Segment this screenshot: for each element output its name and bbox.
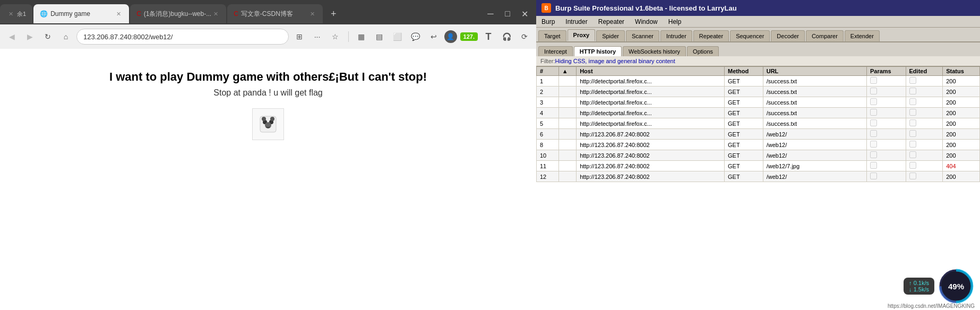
cell-params	[866, 171, 906, 182]
tab-scanner[interactable]: Scanner	[626, 30, 659, 41]
col-header-params[interactable]: Params	[866, 67, 906, 76]
tab-intruder[interactable]: Intruder	[660, 30, 692, 41]
minimize-button[interactable]: ─	[483, 6, 498, 21]
table-row[interactable]: 3 http://detectportal.firefox.c... GET /…	[537, 97, 980, 108]
cell-sort	[558, 76, 576, 87]
col-header-status[interactable]: Status	[943, 67, 980, 76]
table-row[interactable]: 8 http://123.206.87.240:8002 GET /web12/…	[537, 140, 980, 150]
tab-extender[interactable]: Extender	[845, 30, 880, 41]
cell-sort	[558, 97, 576, 108]
tab-bugku[interactable]: C (1条消息)bugku--web-... ✕	[130, 4, 226, 23]
cell-params	[866, 150, 906, 161]
address-bar[interactable]: 123.206.87.240:8002/web12/	[76, 29, 289, 45]
cell-sort	[558, 87, 576, 97]
home-button[interactable]: ⌂	[58, 29, 73, 44]
burp-title-text: Burp Suite Professional v1.6beta - licen…	[555, 4, 737, 12]
menu-window[interactable]: Window	[632, 17, 661, 27]
cell-sort	[558, 129, 576, 140]
library-icon[interactable]: ▦	[354, 29, 369, 44]
screenshot-icon[interactable]: ⬜	[390, 29, 405, 44]
menu-help[interactable]: Help	[665, 17, 685, 27]
filter-bar[interactable]: Filter: Hiding CSS, image and general bi…	[536, 56, 980, 66]
burp-sub-tabs: Intercept HTTP history WebSockets histor…	[536, 42, 980, 56]
col-header-host[interactable]: Host	[577, 67, 725, 76]
sub-tab-intercept[interactable]: Intercept	[538, 46, 573, 56]
cell-edited	[906, 87, 943, 97]
menu-intruder[interactable]: Intruder	[562, 17, 590, 27]
qr-icon[interactable]: ⊞	[292, 29, 307, 44]
col-header-sort[interactable]: ▲	[558, 67, 576, 76]
tab-favicon-3: C	[136, 10, 141, 18]
cell-sort	[558, 108, 576, 118]
cell-url: /success.txt	[763, 108, 866, 118]
cell-method: GET	[725, 76, 763, 87]
table-row[interactable]: 11 http://123.206.87.240:8002 GET /web12…	[537, 161, 980, 171]
panda-image	[252, 108, 284, 140]
cell-url: /success.txt	[763, 76, 866, 87]
tab-repeater[interactable]: Repeater	[693, 30, 729, 41]
tab-sequencer[interactable]: Sequencer	[730, 30, 770, 41]
cell-edited	[906, 118, 943, 129]
tab-csdn[interactable]: C 写文章-CSDN博客 ✕	[227, 4, 323, 23]
menu-burp[interactable]: Burp	[538, 17, 558, 27]
cell-edited	[906, 171, 943, 182]
t-font-icon[interactable]: T	[481, 29, 496, 44]
back-nav-icon[interactable]: ↩	[426, 29, 441, 44]
table-row[interactable]: 12 http://123.206.87.240:8002 GET /web12…	[537, 171, 980, 182]
cell-num: 11	[537, 161, 559, 171]
tab-close-2[interactable]: ✕	[114, 10, 123, 18]
maximize-button[interactable]: □	[500, 6, 515, 21]
profile-icon[interactable]: 👤	[444, 30, 457, 43]
tab-comparer[interactable]: Comparer	[806, 30, 844, 41]
new-tab-button[interactable]: +	[326, 6, 341, 21]
sub-tab-options[interactable]: Options	[687, 46, 719, 56]
cell-params	[866, 108, 906, 118]
cell-url: /success.txt	[763, 97, 866, 108]
chat-icon[interactable]: 💬	[408, 29, 423, 44]
burp-logo-icon: B	[541, 3, 551, 13]
table-row[interactable]: 6 http://123.206.87.240:8002 GET /web12/…	[537, 129, 980, 140]
col-header-num[interactable]: #	[537, 67, 559, 76]
cell-url: /web12/	[763, 171, 866, 182]
sub-tab-http-history[interactable]: HTTP history	[574, 46, 622, 56]
cell-host: http://123.206.87.240:8002	[577, 129, 725, 140]
col-header-edited[interactable]: Edited	[906, 67, 943, 76]
tab-extra[interactable]: ✕ 余1	[0, 4, 32, 23]
cell-status: 200	[943, 97, 980, 108]
back-button[interactable]: ◀	[4, 29, 19, 44]
cell-edited	[906, 76, 943, 87]
forward-button[interactable]: ▶	[22, 29, 37, 44]
cell-sort	[558, 118, 576, 129]
headset-icon[interactable]: 🎧	[499, 29, 514, 44]
tab-close-4[interactable]: ✕	[308, 10, 316, 18]
more-options-icon[interactable]: ···	[310, 29, 325, 44]
col-header-method[interactable]: Method	[725, 67, 763, 76]
col-header-url[interactable]: URL	[763, 67, 866, 76]
cell-status: 200	[943, 108, 980, 118]
sidebar-icon[interactable]: ▤	[372, 29, 387, 44]
tab-proxy[interactable]: Proxy	[568, 29, 596, 41]
table-row[interactable]: 2 http://detectportal.firefox.c... GET /…	[537, 87, 980, 97]
tab-spider[interactable]: Spider	[596, 30, 625, 41]
table-row[interactable]: 4 http://detectportal.firefox.c... GET /…	[537, 108, 980, 118]
tab-dummy-game[interactable]: 🌐 Dummy game ✕	[33, 4, 129, 23]
menu-repeater[interactable]: Repeater	[595, 17, 627, 27]
cell-edited	[906, 97, 943, 108]
reload-button[interactable]: ↻	[40, 29, 55, 44]
tab-close-3[interactable]: ✕	[211, 10, 220, 18]
tab-decoder[interactable]: Decoder	[771, 30, 805, 41]
page-subtext: Stop at panda ! u will get flag	[213, 88, 322, 98]
filter-value[interactable]: Hiding CSS, image and general binary con…	[555, 58, 675, 64]
cell-host: http://123.206.87.240:8002	[577, 140, 725, 150]
table-row[interactable]: 10 http://123.206.87.240:8002 GET /web12…	[537, 150, 980, 161]
sync-icon[interactable]: ⟳	[517, 29, 532, 44]
table-row[interactable]: 5 http://detectportal.firefox.c... GET /…	[537, 118, 980, 129]
close-window-button[interactable]: ✕	[517, 6, 532, 21]
tab-target[interactable]: Target	[538, 30, 566, 41]
bookmark-icon[interactable]: ☆	[328, 29, 343, 44]
cell-host: http://detectportal.firefox.c...	[577, 118, 725, 129]
tab-close-extra[interactable]: ✕	[6, 10, 15, 18]
sub-tab-websockets-history[interactable]: WebSockets history	[623, 46, 686, 56]
cell-url: /web12/	[763, 150, 866, 161]
table-row[interactable]: 1 http://detectportal.firefox.c... GET /…	[537, 76, 980, 87]
